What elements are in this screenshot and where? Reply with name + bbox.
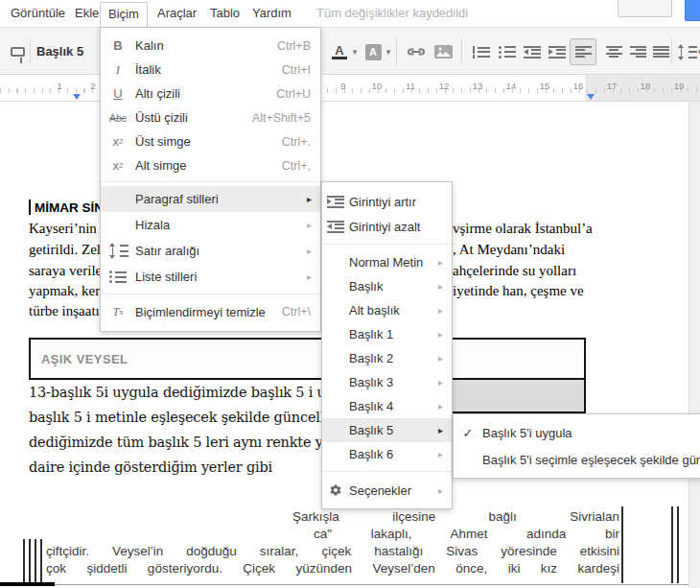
align-right-button[interactable] bbox=[626, 38, 649, 65]
text-color-dropdown-icon[interactable]: ▾ bbox=[351, 38, 359, 65]
menu-item-alt-baslik[interactable]: Alt başlık ▸ bbox=[322, 298, 452, 322]
toolbar-separator bbox=[30, 39, 31, 64]
table-border bbox=[671, 506, 673, 583]
menu-item-normal-metin[interactable]: Normal Metin ▸ bbox=[322, 250, 452, 274]
menu-item-ustu-cizili[interactable]: Abc Üstü çizili Alt+Shift+5 bbox=[101, 106, 320, 129]
doc-text-line[interactable]: vşirme olarak İstanbul’a bbox=[453, 221, 593, 237]
doc-heading-mimar-sinan[interactable]: MİMAR SİN bbox=[35, 200, 104, 215]
doc-text-line[interactable]: 13-başlık 5i uygula dediğimizde başlık 5… bbox=[29, 385, 370, 400]
insert-image-button[interactable] bbox=[432, 38, 455, 65]
doc-text-line[interactable]: daire içinde gösterdiğim yerler gibi bbox=[29, 459, 272, 475]
doc-text-line[interactable]: yapmak, ker bbox=[29, 283, 100, 299]
menu-item-paragraf-stilleri[interactable]: Paragraf stilleri ▸ bbox=[101, 186, 320, 212]
comments-button[interactable] bbox=[618, 0, 672, 17]
doc-text-line[interactable]: başlık 5 i metinle eşleşecek şekilde gün… bbox=[29, 410, 333, 425]
menu-item-girintiyi-azalt[interactable]: Girintiyi azalt bbox=[322, 214, 452, 239]
submenu-arrow-icon: ▸ bbox=[438, 401, 452, 412]
right-indent-marker[interactable] bbox=[587, 94, 595, 100]
menu-item-ust-simge[interactable]: x2 Üst simge Ctrl+. bbox=[101, 129, 320, 153]
submenu-arrow-icon: ▸ bbox=[307, 194, 320, 204]
vertical-scrollbar[interactable] bbox=[688, 102, 700, 588]
insert-link-button[interactable] bbox=[404, 38, 429, 65]
menu-item-liste-stilleri[interactable]: Liste stilleri ▸ bbox=[101, 264, 320, 290]
submenu-arrow-icon: ▸ bbox=[438, 485, 452, 496]
menu-shortcut: Ctrl+I bbox=[282, 63, 320, 77]
paint-format-button[interactable] bbox=[6, 38, 29, 65]
menu-araclar[interactable]: Araçlar bbox=[150, 0, 204, 27]
doc-text-line[interactable]: çok şiddetli gösteriyordu. Çiçek yüzünde… bbox=[46, 561, 619, 576]
decrease-indent-icon bbox=[322, 221, 349, 233]
table-border bbox=[29, 539, 31, 583]
align-left-icon bbox=[575, 46, 592, 59]
ruler-number: 18 bbox=[641, 81, 651, 91]
ruler-number: 11 bbox=[406, 81, 415, 91]
menu-goruntule[interactable]: Görüntüle bbox=[3, 0, 73, 27]
menu-shortcut: Ctrl+\ bbox=[282, 305, 320, 318]
left-indent-marker[interactable] bbox=[73, 94, 81, 100]
doc-text-line[interactable]: Şarkışla ilçesine bağlı Sivrialan bbox=[292, 509, 619, 525]
ruler-number: 13 bbox=[473, 81, 483, 91]
menu-item-label: İtalik bbox=[135, 62, 282, 77]
doc-text-line[interactable]: ca" lakaplı, Ahmet adında bir bbox=[314, 527, 619, 542]
menu-item-alti-cizili[interactable]: U Altı çizili Ctrl+U bbox=[101, 82, 320, 106]
menu-item-label: Satır aralığı bbox=[135, 244, 307, 258]
doc-text-line[interactable]: getirildi. Zel bbox=[29, 242, 101, 258]
numbered-list-button[interactable] bbox=[470, 38, 493, 65]
doc-text-line[interactable]: ahçelerinde su yolları bbox=[453, 263, 576, 279]
doc-text-line[interactable]: Kayseri’nin bbox=[29, 221, 97, 237]
line-spacing-icon bbox=[677, 45, 697, 59]
menu-item-bicimlendirmeyi-temizle[interactable]: Tx Biçimlendirmeyi temizle Ctrl+\ bbox=[101, 298, 320, 325]
doc-text-line[interactable]: iyetinde han, çeşme ve bbox=[453, 283, 584, 299]
highlight-dropdown-icon[interactable]: ▾ bbox=[385, 38, 392, 65]
menu-item-girintiyi-artir[interactable]: Girintiyi artır bbox=[322, 189, 452, 214]
align-left-button[interactable] bbox=[570, 38, 596, 65]
menu-shortcut: Alt+Shift+5 bbox=[252, 111, 320, 125]
menu-item-baslik-5[interactable]: Başlık 5 ▸ bbox=[322, 418, 452, 442]
style-selector[interactable]: Başlık 5 bbox=[36, 28, 83, 76]
menu-bicim[interactable]: Biçim bbox=[100, 2, 148, 28]
bulleted-list-button[interactable] bbox=[496, 38, 519, 65]
ruler-number: 19 bbox=[674, 81, 685, 91]
menu-item-baslik[interactable]: Başlık ▸ bbox=[322, 274, 452, 298]
menu-item-label: Altı çizili bbox=[135, 86, 276, 101]
menu-item-italik[interactable]: I İtalik Ctrl+I bbox=[101, 58, 320, 82]
ruler-number: 16 bbox=[573, 81, 584, 91]
ruler-number: 12 bbox=[439, 81, 450, 91]
share-button[interactable] bbox=[685, 0, 700, 21]
doc-text-line[interactable]: , At Meydanı’ndaki bbox=[453, 242, 565, 258]
strikethrough-icon: Abc bbox=[101, 112, 135, 124]
line-spacing-dropdown-icon[interactable]: ▾ bbox=[696, 38, 700, 65]
menu-item-baslik-3[interactable]: Başlık 3 ▸ bbox=[322, 370, 452, 394]
justify-button[interactable] bbox=[649, 38, 672, 65]
menu-item-secenekler[interactable]: Seçenekler ▸ bbox=[322, 477, 452, 504]
submenu-arrow-icon: ▸ bbox=[438, 257, 452, 268]
menu-item-baslik-2[interactable]: Başlık 2 ▸ bbox=[322, 346, 452, 370]
menu-item-baslik-6[interactable]: Başlık 6 ▸ bbox=[322, 442, 452, 466]
doc-text-line[interactable]: saraya verile bbox=[29, 263, 102, 279]
google-docs-window: Görüntüle Ekle Biçim Araçlar Tablo Yardı… bbox=[0, 0, 700, 588]
menu-item-satir-araligi[interactable]: Satır aralığı ▸ bbox=[101, 238, 320, 264]
doc-text-line[interactable]: türbe inşaatı bbox=[29, 303, 100, 319]
menu-item-baslik-1[interactable]: Başlık 1 ▸ bbox=[322, 322, 452, 346]
increase-indent-button[interactable] bbox=[546, 38, 569, 65]
decrease-indent-button[interactable] bbox=[521, 38, 544, 65]
menu-item-alt-simge[interactable]: x2 Alt simge Ctrl+, bbox=[101, 153, 320, 177]
menu-item-kalin[interactable]: B Kalın Ctrl+B bbox=[101, 34, 320, 58]
menu-item-baslik5-guncelle[interactable]: Başlık 5'i seçimle eşleşecek şekilde gün… bbox=[454, 446, 700, 473]
menu-item-label: Paragraf stilleri bbox=[135, 192, 307, 206]
table-header-cell[interactable]: AŞIK VEYSEL bbox=[29, 338, 586, 380]
gear-icon bbox=[322, 483, 349, 497]
justify-icon bbox=[653, 46, 669, 59]
menu-item-baslik-4[interactable]: Başlık 4 ▸ bbox=[322, 394, 452, 418]
menu-tablo[interactable]: Tablo bbox=[202, 0, 247, 27]
menu-item-hizala[interactable]: Hizala ▸ bbox=[101, 212, 320, 238]
align-center-button[interactable] bbox=[602, 38, 625, 65]
submenu-arrow-icon: ▸ bbox=[438, 281, 452, 292]
highlight-color-button[interactable]: A bbox=[362, 38, 384, 65]
doc-text-line[interactable]: dediğimizde tüm başlık 5 leri aynı renkt… bbox=[29, 435, 354, 450]
line-spacing-button[interactable] bbox=[677, 38, 696, 65]
menu-item-baslik5-uygula[interactable]: ✓ Başlık 5'i uygula bbox=[454, 419, 700, 446]
menu-yardim[interactable]: Yardım bbox=[245, 0, 299, 27]
text-color-button[interactable]: A bbox=[328, 38, 351, 65]
doc-text-line[interactable]: çiftçidir. Veysel’in doğduğu sıralar, çi… bbox=[46, 544, 619, 559]
